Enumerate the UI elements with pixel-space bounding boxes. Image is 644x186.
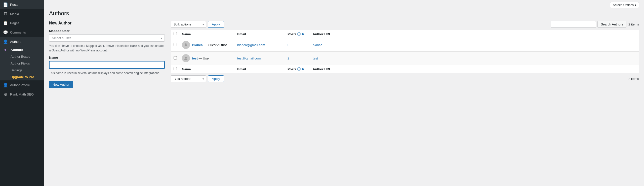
- sidebar-item-label: Posts: [10, 3, 18, 7]
- avatar: [182, 54, 190, 62]
- search-authors-button[interactable]: Search Authors: [597, 21, 626, 28]
- posts-icon: 📄: [3, 2, 8, 7]
- submenu-label: Authors: [11, 48, 23, 52]
- sidebar: 📄 Posts 🖼 Media 📋 Pages 💬 Comments 👤 Aut…: [0, 0, 44, 186]
- footer-posts-info-icon[interactable]: i: [297, 67, 301, 71]
- footer-checkbox-cell: [171, 65, 180, 73]
- submenu-item-upgrade[interactable]: Upgrade to Pro: [0, 74, 44, 80]
- footer-posts: Posts i: [285, 65, 310, 73]
- main-content: Screen Options ▾ Authors New Author Mapp…: [44, 0, 644, 186]
- footer-email-label: Email: [237, 67, 246, 71]
- screen-options-button[interactable]: Screen Options ▾: [610, 2, 639, 8]
- author-profile-icon: 👤: [3, 83, 8, 87]
- page-title: Authors: [49, 10, 639, 17]
- screen-options-label: Screen Options: [613, 3, 634, 7]
- author-url-link[interactable]: bianca: [313, 43, 322, 47]
- row-name-cell: test — User: [179, 52, 235, 65]
- author-cell: Bianca — Guest Author: [182, 41, 232, 49]
- apply-top-button[interactable]: Apply: [208, 21, 224, 28]
- mapped-user-select[interactable]: Select a user: [49, 34, 165, 42]
- submenu-item-author-boxes[interactable]: Author Boxes: [0, 53, 44, 60]
- posts-info-icon[interactable]: i: [297, 32, 301, 36]
- sidebar-item-media[interactable]: 🖼 Media: [0, 9, 44, 18]
- bottom-toolbar: Bulk actions ▾ Apply 2 items: [171, 75, 639, 82]
- header-posts: Posts i: [285, 30, 310, 38]
- submenu-item-settings[interactable]: Settings: [0, 67, 44, 74]
- media-icon: 🖼: [3, 12, 8, 16]
- submenu-label: Author Fields: [11, 61, 30, 65]
- row-email-cell: test@gmail.com: [235, 52, 285, 65]
- name-input[interactable]: [49, 61, 165, 69]
- search-input[interactable]: [551, 21, 596, 28]
- sort-arrow-down-icon: [302, 69, 304, 71]
- sidebar-item-label: Media: [10, 12, 19, 16]
- posts-sort-arrows[interactable]: [302, 33, 304, 36]
- search-area: Search Authors: [551, 21, 626, 28]
- sidebar-item-label: Author Profile: [10, 83, 30, 87]
- author-posts-link[interactable]: 0: [288, 43, 289, 47]
- row-checkbox[interactable]: [174, 43, 177, 46]
- submenu-label: Upgrade to Pro: [11, 75, 34, 79]
- sidebar-item-comments[interactable]: 💬 Comments: [0, 28, 44, 37]
- author-email-link[interactable]: bianca@gmail.com: [237, 43, 265, 47]
- author-url-link[interactable]: test: [313, 56, 318, 60]
- sidebar-item-pages[interactable]: 📋 Pages: [0, 18, 44, 28]
- footer-select-all-checkbox[interactable]: [174, 67, 177, 70]
- name-hint: This name is used in several default dis…: [49, 71, 165, 75]
- table-row: test — User test@gmail.com 2: [171, 52, 639, 65]
- authors-icon: 👤: [3, 39, 8, 44]
- submenu-label: Author Boxes: [11, 55, 30, 58]
- new-author-button[interactable]: New Author: [49, 81, 73, 88]
- content-body: New Author Mapped User Select a user ▾ Y…: [49, 21, 639, 181]
- footer-author-url: Author URL: [310, 65, 639, 73]
- sort-arrow-up-icon: [302, 68, 304, 69]
- header-name: Name: [179, 30, 235, 38]
- author-name-anchor[interactable]: test: [192, 56, 198, 60]
- footer-name-label: Name: [182, 67, 191, 71]
- author-name-link[interactable]: Bianca — Guest Author: [192, 43, 227, 47]
- new-author-panel: New Author Mapped User Select a user ▾ Y…: [49, 21, 165, 181]
- row-url-cell: bianca: [310, 38, 639, 52]
- author-email-link[interactable]: test@gmail.com: [237, 56, 261, 60]
- row-checkbox[interactable]: [174, 56, 177, 59]
- bottom-toolbar-left: Bulk actions ▾ Apply: [171, 75, 224, 82]
- sidebar-item-rank-math[interactable]: ⚙ Rank Math SEO: [0, 90, 44, 99]
- row-url-cell: test: [310, 52, 639, 65]
- submenu-item-author-fields[interactable]: Author Fields: [0, 60, 44, 67]
- sort-arrow-down-icon: [302, 34, 304, 36]
- svg-point-0: [185, 43, 187, 45]
- author-posts-link[interactable]: 2: [288, 56, 289, 60]
- author-type: — Guest Author: [204, 43, 227, 47]
- header-name-label: Name: [182, 32, 191, 36]
- header-email-label: Email: [237, 32, 246, 36]
- bulk-actions-top-wrapper: Bulk actions ▾: [171, 21, 206, 28]
- pages-icon: 📋: [3, 21, 8, 25]
- author-name-anchor[interactable]: Bianca: [192, 43, 203, 47]
- header-url-label: Author URL: [313, 32, 331, 36]
- header-author-url: Author URL: [310, 30, 639, 38]
- apply-bottom-button[interactable]: Apply: [208, 75, 224, 82]
- bulk-actions-bottom-select[interactable]: Bulk actions: [171, 75, 206, 82]
- author-name-link[interactable]: test — User: [192, 56, 210, 60]
- footer-posts-sort-wrapper: Posts i: [288, 67, 304, 71]
- select-all-checkbox[interactable]: [174, 32, 177, 35]
- header-email: Email: [235, 30, 285, 38]
- top-toolbar: Bulk actions ▾ Apply Search Authors 2 it…: [171, 21, 639, 28]
- posts-sort-wrapper: Posts i: [288, 32, 304, 36]
- items-count-bottom: 2 items: [628, 77, 639, 81]
- sidebar-item-author-profile[interactable]: 👤 Author Profile: [0, 80, 44, 90]
- footer-posts-sort-arrows[interactable]: [302, 68, 304, 71]
- footer-name: Name: [179, 65, 235, 73]
- table-header-row: Name Email Posts i: [171, 30, 639, 38]
- authors-table-panel: Bulk actions ▾ Apply Search Authors 2 it…: [171, 21, 639, 181]
- mapped-user-hint: You don't have to choose a Mapped User. …: [49, 44, 165, 53]
- rank-math-icon: ⚙: [3, 92, 8, 97]
- bulk-actions-top-select[interactable]: Bulk actions: [171, 21, 206, 28]
- topbar: Screen Options ▾: [44, 0, 644, 9]
- authors-submenu: Authors Author Boxes Author Fields Setti…: [0, 46, 44, 80]
- header-posts-label: Posts: [288, 32, 296, 36]
- sidebar-item-authors[interactable]: 👤 Authors: [0, 37, 44, 46]
- author-cell: test — User: [182, 54, 232, 62]
- sidebar-item-posts[interactable]: 📄 Posts: [0, 0, 44, 9]
- submenu-item-authors[interactable]: Authors: [0, 46, 44, 53]
